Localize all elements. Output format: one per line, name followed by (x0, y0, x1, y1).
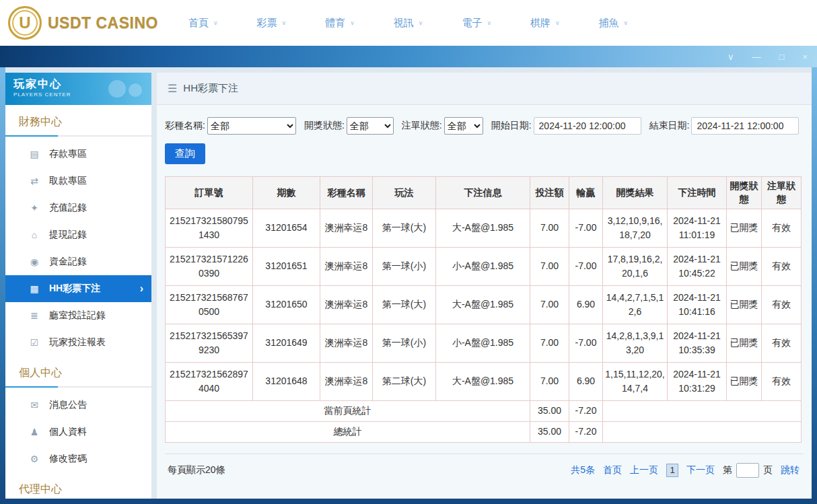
cell-result: 14,4,2,7,1,5,12,6 (603, 285, 668, 324)
cell-order-status: 有效 (762, 285, 802, 324)
sidebar-item-withdrawal-records[interactable]: ⌂ 提現記錄 (5, 221, 151, 248)
sidebar-header: 玩家中心 PLAYERS CENTER (5, 73, 151, 105)
nav-label: 電子 (462, 17, 482, 30)
chevron-down-icon: ∨ (213, 20, 218, 26)
finance-menu: ▤ 存款專區 ⇄ 取款專區 ✦ 充值記錄 ⌂ 提現記錄 ◉ 資金記錄 (5, 137, 151, 356)
nav-item-home[interactable]: 首頁∨ (188, 17, 218, 30)
cell-win-loss: -7.00 (569, 247, 603, 285)
nav-label: 體育 (325, 17, 345, 30)
cell-result: 1,15,11,12,20,14,7,4 (603, 362, 668, 400)
cell-lottery: 澳洲幸运8 (320, 209, 373, 247)
end-date-label: 結束日期: (649, 120, 690, 132)
end-date-input[interactable] (691, 117, 799, 135)
cell-order-no: 2152173215628974040 (166, 362, 253, 400)
next-page-link[interactable]: 下一页 (686, 464, 715, 476)
sidebar-item-profile[interactable]: ♟ 個人資料 (5, 419, 151, 445)
main-nav: 首頁∨ 彩票∨ 體育∨ 視訊∨ 電子∨ 棋牌∨ 捕魚∨ (188, 17, 628, 30)
nav-label: 棋牌 (530, 17, 550, 30)
prev-page-link[interactable]: 上一页 (630, 464, 658, 476)
cell-order-no: 2152173215807951430 (166, 209, 253, 247)
first-page-link[interactable]: 首页 (603, 464, 622, 476)
chevron-down-icon: ∨ (555, 20, 560, 26)
window-title-bar: ∨ — □ × (0, 46, 817, 67)
sidebar-item-funds-records[interactable]: ◉ 資金記錄 (5, 248, 151, 275)
hamburger-icon[interactable]: ☰ (168, 82, 177, 95)
section-title-agent: 代理中心 (5, 482, 151, 497)
cell-amount: 7.00 (530, 209, 569, 247)
sidebar-item-recharge-records[interactable]: ✦ 充值記錄 (5, 194, 151, 221)
col-header-bet-time: 下注時間 (668, 177, 727, 209)
sidebar-item-deposit[interactable]: ▤ 存款專區 (5, 141, 151, 168)
sidebar-item-hall-bet-records[interactable]: ≣ 廳室投註記錄 (5, 302, 151, 329)
start-date-label: 開始日期: (491, 120, 532, 132)
sidebar-item-label: 取款專區 (49, 175, 87, 187)
chevron-right-icon: › (140, 283, 143, 295)
table-header-row: 訂單號 期數 彩種名稱 玩法 下注信息 投注額 輸贏 開獎結果 下注時間 開獎狀… (166, 177, 802, 209)
cell-bet-info: 小-A盤@1.985 (436, 324, 530, 362)
col-header-amount: 投注額 (530, 177, 569, 209)
cell-bet-time: 2024-11-21 10:45:22 (668, 247, 727, 285)
cell-draw-status: 已開獎 (727, 209, 762, 247)
sidebar-item-label: 資金記錄 (49, 256, 87, 268)
nav-item-sports[interactable]: 體育∨ (325, 17, 355, 30)
cell-result: 14,2,8,1,3,9,13,20 (603, 324, 668, 362)
order-status-select[interactable]: 全部 (444, 117, 483, 135)
cell-lottery: 澳洲幸运8 (320, 324, 373, 362)
nav-label: 捕魚 (599, 17, 619, 30)
cell-amount: 7.00 (530, 285, 569, 324)
cell-draw-status: 已開獎 (727, 247, 762, 285)
cell-result: 3,12,10,9,16,18,7,20 (603, 209, 668, 247)
col-header-order-no: 訂單號 (166, 177, 253, 209)
nav-item-electronic[interactable]: 電子∨ (462, 17, 491, 30)
page-summary-amount: 35.00 (530, 400, 569, 421)
start-date-input[interactable] (534, 117, 641, 135)
cell-period: 31201648 (253, 362, 320, 400)
sidebar-item-label: 存款專區 (49, 148, 87, 160)
draw-status-select[interactable]: 全部 (347, 117, 394, 135)
nav-item-board-games[interactable]: 棋牌∨ (530, 17, 560, 30)
cell-amount: 7.00 (530, 324, 569, 362)
search-button[interactable]: 查詢 (165, 143, 205, 164)
lottery-type-select[interactable]: 全部 (207, 117, 296, 135)
sidebar-item-change-password[interactable]: ⚙ 修改密碼 (5, 445, 151, 472)
cell-period: 31201649 (253, 324, 320, 362)
sidebar-item-announcements[interactable]: ✉ 消息公告 (5, 392, 151, 419)
page-summary-label: 當前頁統計 (166, 400, 530, 421)
top-navigation-bar: U USDT CASINO 首頁∨ 彩票∨ 體育∨ 視訊∨ 電子∨ 棋牌∨ 捕魚… (0, 0, 817, 46)
col-header-bet-info: 下注信息 (436, 177, 530, 209)
per-page-label: 每頁顯示20條 (168, 464, 225, 476)
window-maximize-icon[interactable]: □ (779, 52, 785, 61)
sidebar-item-label: 修改密碼 (49, 453, 87, 465)
sidebar-item-player-bet-report[interactable]: ☑ 玩家投注報表 (5, 329, 151, 356)
nav-item-fishing[interactable]: 捕魚∨ (599, 17, 629, 30)
chevron-down-icon: ∨ (487, 20, 491, 26)
filter-bar: 彩種名稱: 全部 開獎狀態: 全部 注單狀態: 全 (165, 117, 804, 135)
total-count-label: 共5条 (571, 464, 595, 476)
window-frame: 玩家中心 PLAYERS CENTER 財務中心 ▤ 存款專區 ⇄ 取款專區 ✦… (0, 67, 817, 504)
cell-win-loss: 6.90 (569, 362, 603, 400)
cell-order-no: 2152173215712260390 (166, 247, 253, 285)
report-icon: ☑ (28, 337, 40, 348)
section-divider (5, 135, 151, 137)
cell-draw-status: 已開獎 (727, 362, 762, 400)
window-close-icon[interactable]: × (802, 52, 808, 61)
sidebar-item-withdraw[interactable]: ⇄ 取款專區 (5, 168, 151, 194)
current-page-indicator[interactable]: 1 (666, 464, 678, 477)
sidebar-item-hh-lottery-bets[interactable]: ▦ HH彩票下注 › (5, 275, 151, 302)
nav-item-live-video[interactable]: 視訊∨ (394, 17, 423, 30)
cell-period: 31201650 (253, 285, 320, 324)
lottery-bets-icon: ▦ (28, 283, 40, 294)
cell-bet-time: 2024-11-21 10:31:29 (668, 362, 727, 400)
window-collapse-icon[interactable]: ∨ (727, 52, 734, 61)
window-minimize-icon[interactable]: — (752, 52, 761, 61)
nav-item-lottery[interactable]: 彩票∨ (257, 17, 287, 30)
col-header-period: 期數 (253, 177, 320, 209)
hall-records-icon: ≣ (28, 310, 40, 321)
personal-menu: ✉ 消息公告 ♟ 個人資料 ⚙ 修改密碼 (5, 388, 151, 472)
cell-bet-time: 2024-11-21 10:35:39 (668, 324, 727, 362)
order-status-label: 注單狀態: (402, 120, 442, 132)
jump-button[interactable]: 跳转 (781, 464, 800, 476)
col-header-result: 開獎結果 (603, 177, 668, 209)
page-jump-input[interactable] (736, 463, 759, 478)
cell-amount: 7.00 (530, 247, 569, 285)
